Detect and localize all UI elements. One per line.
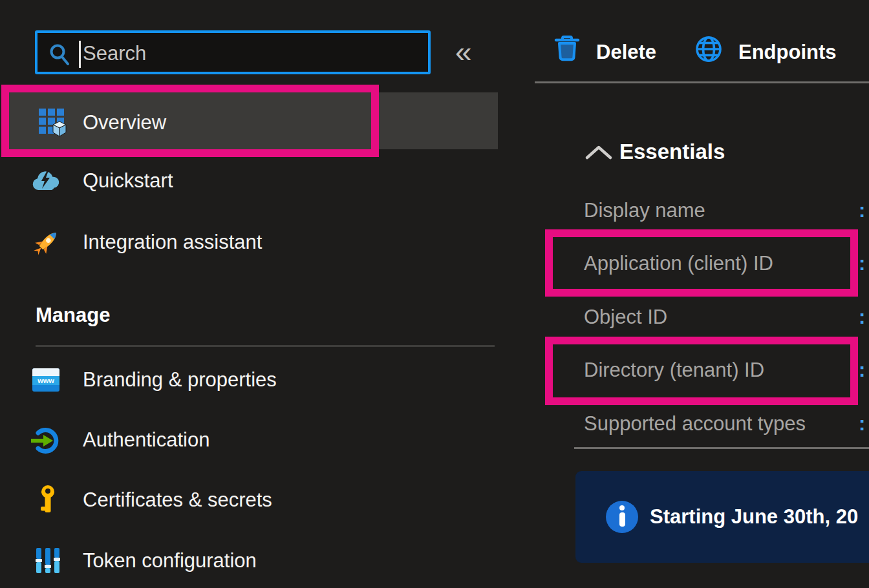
collapse-sidebar-icon[interactable]: « xyxy=(455,32,472,71)
svg-text:www: www xyxy=(37,377,54,384)
authentication-icon xyxy=(31,426,61,456)
essentials-separator: : xyxy=(859,198,865,223)
certificates-secrets-icon xyxy=(34,485,62,516)
info-banner-text: Starting June 30th, 20 xyxy=(650,505,858,529)
delete-button[interactable]: Delete xyxy=(596,40,656,65)
info-icon xyxy=(606,501,638,533)
endpoints-button[interactable]: Endpoints xyxy=(738,40,837,65)
essentials-label-object-id: Object ID xyxy=(584,305,667,330)
endpoints-icon xyxy=(693,34,724,65)
manage-section-header: Manage xyxy=(36,302,110,328)
search-input[interactable] xyxy=(83,37,419,70)
essentials-separator: : xyxy=(859,358,865,383)
essentials-title: Essentials xyxy=(619,140,725,164)
sidebar-item-branding-properties[interactable]: Branding & properties xyxy=(83,368,277,392)
sidebar-item-token-configuration[interactable]: Token configuration xyxy=(83,549,257,573)
sidebar-item-quickstart[interactable]: Quickstart xyxy=(83,169,173,193)
info-banner: Starting June 30th, 20 xyxy=(575,471,869,563)
essentials-label-display-name: Display name xyxy=(584,198,705,223)
annotation-box-overview xyxy=(1,85,379,157)
annotation-box-directory-tenant-id xyxy=(545,337,858,405)
delete-icon xyxy=(552,32,583,63)
toolbar-divider xyxy=(535,81,869,83)
sidebar-search-box[interactable] xyxy=(35,30,431,74)
essentials-separator: : xyxy=(859,305,865,330)
text-cursor xyxy=(79,41,81,68)
quickstart-icon xyxy=(31,167,61,195)
integration-assistant-icon xyxy=(31,227,62,258)
essentials-divider xyxy=(574,447,869,449)
essentials-label-supported-account-types: Supported account types xyxy=(584,412,806,436)
essentials-separator: : xyxy=(859,251,865,276)
app-registration-page: « Overview Quickstart xyxy=(0,0,869,588)
sidebar-item-authentication[interactable]: Authentication xyxy=(83,428,209,452)
sidebar-divider xyxy=(36,345,495,347)
search-icon xyxy=(48,43,72,67)
sidebar-item-certificates-secrets[interactable]: Certificates & secrets xyxy=(83,488,272,512)
token-configuration-icon xyxy=(34,546,62,576)
essentials-separator: : xyxy=(859,412,865,436)
annotation-box-application-client-id xyxy=(545,229,858,297)
sidebar-item-integration-assistant[interactable]: Integration assistant xyxy=(83,230,262,255)
branding-properties-icon: www xyxy=(31,366,61,394)
essentials-collapse-icon[interactable] xyxy=(584,143,614,162)
